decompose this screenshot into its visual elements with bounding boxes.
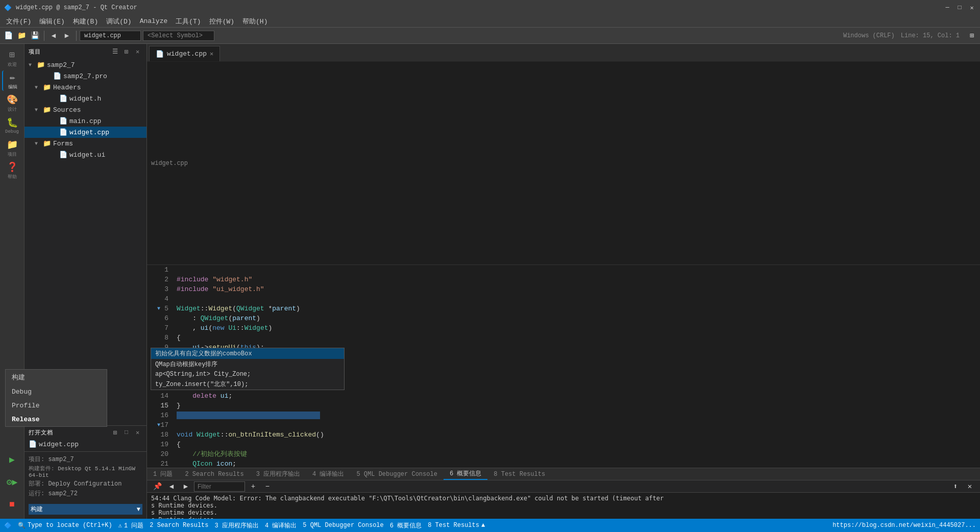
activity-design[interactable]: 🎨 设计 [2,93,22,113]
status-app-output[interactable]: 3 应用程序输出 [215,521,259,530]
close-button[interactable]: ✕ [968,4,976,12]
locate-label: Type to locate (Ctrl+K) [28,522,112,529]
toolbar-open[interactable]: 📁 [15,30,28,42]
toolbar-new[interactable]: 📄 [2,30,14,42]
activity-help[interactable]: ❓ 帮助 [2,160,22,181]
build-option-debug[interactable]: Debug [6,385,107,399]
tab-label: widget.cpp [167,50,207,58]
activity-run[interactable]: ▶ [2,449,22,470]
menu-file[interactable]: 文件(F) [2,15,35,27]
panel-remove-btn[interactable]: − [261,480,274,493]
menu-help[interactable]: 帮助(H) [238,15,272,27]
open-docs-icon-3[interactable]: ✕ [133,428,142,437]
activity-welcome[interactable]: ⊞ 欢迎 [2,48,22,68]
compile-label: 4 编译输出 [265,521,297,530]
autocomplete-item-4[interactable]: ty_Zone.insert("北京",10); [151,379,344,390]
toolbar-save[interactable]: 💾 [29,30,41,42]
project-header-label: 项目 [29,48,41,56]
tree-item-samp2_7_pro[interactable]: 📄 samp2_7.pro [24,70,146,82]
search-results-label: 2 Search Results [150,522,208,529]
tree-item-widget-ui[interactable]: 📄 widget.ui [24,149,146,160]
menu-build[interactable]: 构建(B) [69,15,102,27]
toolbar-back[interactable]: ◀ [47,30,60,42]
activity-project[interactable]: 📁 项目 [2,138,22,158]
current-file-tab[interactable]: widget.cpp [80,31,141,41]
toolbar-forward[interactable]: ▶ [61,30,73,42]
tab-close-btn[interactable]: ✕ [210,50,213,58]
tab-issues[interactable]: 1 问题 [147,468,179,480]
status-search-results[interactable]: 2 Search Results [150,522,208,529]
tab-app-output[interactable]: 3 应用程序输出 [250,468,306,480]
ln-7: 7 [151,323,168,333]
summary-label: 6 概要信息 [390,521,422,530]
open-doc-widget-cpp[interactable]: 📄 widget.cpp [29,439,142,449]
menu-controls[interactable]: 控件(W) [205,15,238,27]
tab-test-results[interactable]: 8 Test Results [487,468,551,480]
sidebar-filter-btn[interactable]: ☰ [111,47,120,56]
status-test[interactable]: 8 Test Results ▲ [428,522,485,529]
filter-input[interactable] [194,481,245,492]
panel-add-btn[interactable]: + [247,480,259,493]
position-display: Line: 15, Col: 1 [901,32,960,39]
window-controls[interactable]: ─ □ ✕ [943,4,976,12]
tree-item-main-cpp[interactable]: 📄 main.cpp [24,115,146,127]
status-qml[interactable]: 5 QML Debugger Console [303,522,383,529]
menu-debug[interactable]: 调试(D) [102,15,135,27]
title-bar: 🔷 widget.cpp @ samp2_7 - Qt Creator ─ □ … [0,0,980,15]
tab-search-results[interactable]: 2 Search Results [179,468,250,480]
tree-item-sources[interactable]: ▼ 📁 Sources [24,104,146,115]
status-issues[interactable]: ⚠ 1 问题 [118,521,144,530]
status-icon-left[interactable]: 🔷 [4,522,12,529]
activity-stop[interactable]: ■ [2,494,22,515]
open-docs-icon-2[interactable]: □ [122,428,131,437]
tree-item-widget-h[interactable]: 📄 widget.h [24,93,146,104]
bottom-panel: 1 问题 2 Search Results 3 应用程序输出 4 编译输出 5 … [147,468,980,519]
tree-item-widget-cpp[interactable]: 📄 widget.cpp [24,127,146,138]
editor-area: 📄 widget.cpp ✕ widget.cpp 1 2 3 4 ▼5 6 7… [147,44,980,519]
build-option-build[interactable]: 构建 [6,370,107,385]
autocomplete-dropdown[interactable]: 初始化具有自定义数据的comboBox QMap自动根据key排序 ap<QSt… [151,348,345,390]
activity-edit[interactable]: ✏️ 编辑 [2,70,22,91]
panel-pin-btn[interactable]: 📌 [151,480,163,493]
menu-edit[interactable]: 编辑(E) [35,15,68,27]
tab-qml-debugger[interactable]: 5 QML Debugger Console [350,468,443,480]
build-dropdown[interactable]: 构建 Debug Profile Release [5,369,107,427]
log-line-1: 54:44 Clang Code Model: Error: The clang… [151,495,976,502]
tree-item-samp2_7[interactable]: ▼ 📁 samp2_7 [24,59,146,70]
panel-prev-btn[interactable]: ◀ [165,480,178,493]
panel-next-btn[interactable]: ▶ [180,480,192,493]
tab-summary[interactable]: 6 概要信息 [444,468,487,480]
autocomplete-item-1[interactable]: 初始化具有自定义数据的comboBox [151,348,344,359]
open-docs-header: 打开文档 ⊞ □ ✕ [29,428,142,437]
minimize-button[interactable]: ─ [943,4,951,12]
autocomplete-item-2[interactable]: QMap自动根据key排序 [151,359,344,370]
tree-item-headers[interactable]: ▼ 📁 Headers [24,82,146,93]
log-line-4: s Runtime devices. [151,516,976,519]
menu-analyze[interactable]: Analyze [136,15,172,27]
build-option-release[interactable]: Release [6,413,107,426]
status-search[interactable]: 🔍 Type to locate (Ctrl+K) [18,522,112,529]
tab-compile-output[interactable]: 4 编译输出 [306,468,350,480]
open-docs-icon-1[interactable]: ⊞ [111,428,120,437]
maximize-button[interactable]: □ [955,4,964,12]
autocomplete-item-3[interactable]: ap<QString,int> City_Zone; [151,370,344,379]
panel-expand-btn[interactable]: ⬆ [949,480,962,493]
ln-20: 20 [151,449,168,459]
sidebar-sync-btn[interactable]: ⊞ [122,47,131,56]
activity-debug[interactable]: 🐛 Debug [2,115,22,136]
split-editor[interactable]: ⊞ [966,30,978,42]
status-summary[interactable]: 6 概要信息 [390,521,422,530]
tab-widget-cpp[interactable]: 📄 widget.cpp ✕ [149,46,220,61]
log-line-3: s Runtime devices. [151,509,976,516]
status-compile[interactable]: 4 编译输出 [265,521,297,530]
menu-bar: 文件(F) 编辑(E) 构建(B) 调试(D) Analyze 工具(T) 控件… [0,15,980,28]
menu-tools[interactable]: 工具(T) [172,15,205,27]
build-option-profile[interactable]: Profile [6,399,107,413]
tree-item-forms[interactable]: ▼ 📁 Forms [24,138,146,149]
symbol-selector[interactable]: <Select Symbol> [143,31,214,41]
build-selector[interactable]: 构建 ▼ [29,504,142,515]
panel-close-btn[interactable]: ✕ [964,480,976,493]
activity-build-run[interactable]: ⚙▶ [2,472,22,492]
encoding-display: Windows (CRLF) [843,32,895,39]
sidebar-close-btn[interactable]: ✕ [133,47,142,56]
